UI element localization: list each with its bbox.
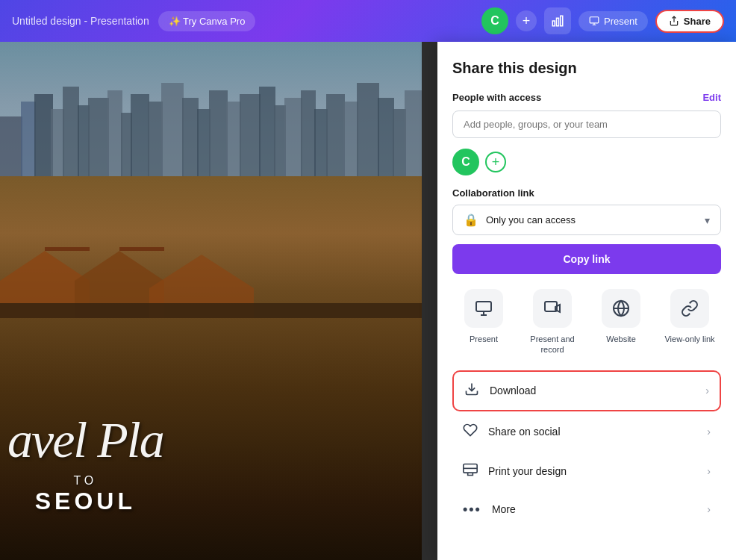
only-you-label: Only you can access [486,214,576,225]
present-action-label: Present [470,334,498,344]
website-action-label: Website [606,334,636,344]
svg-rect-1 [557,18,559,26]
download-list-item[interactable]: Download › [452,370,721,411]
add-user-button[interactable]: + [485,152,506,172]
share-panel: Share this design People with access Edi… [437,42,736,560]
svg-rect-0 [552,21,555,26]
user-avatar: C [452,149,479,175]
analytics-icon-button[interactable] [544,7,571,34]
print-chevron-icon: › [707,465,711,477]
share-social-label: Share on social [488,426,561,438]
action-grid: Present Present and record Website View-… [452,289,721,355]
panel-title: Share this design [452,60,721,77]
add-button[interactable]: + [516,10,537,31]
present-record-icon [533,289,572,328]
more-icon: ••• [463,502,481,517]
document-title: Untitled design - Presentation [12,15,149,27]
collaboration-link-dropdown[interactable]: 🔒 Only you can access ▾ [452,205,721,235]
dropdown-left: 🔒 Only you can access [464,213,576,227]
try-canva-pro-button[interactable]: ✨ Try Canva Pro [158,11,256,31]
people-access-row: People with access Edit [452,92,721,103]
share-social-list-item[interactable]: Share on social › [452,413,721,451]
view-only-link-action-label: View-only link [664,334,714,344]
more-label: More [492,503,516,515]
slide-text: avel Pla TO Seoul [7,414,163,515]
collaboration-link-label: Collaboration link [452,187,721,199]
chevron-down-icon: ▾ [705,214,710,226]
more-chevron-icon: › [707,503,711,515]
svg-rect-2 [561,16,563,26]
header-right: C + Present Share [481,7,724,34]
present-action[interactable]: Present [452,289,515,355]
svg-rect-3 [590,17,599,23]
view-only-link-action[interactable]: View-only link [658,289,721,355]
slide-image: avel Pla TO Seoul [0,42,422,560]
print-icon [463,462,478,481]
present-button[interactable]: Present [578,11,648,31]
app-header: Untitled design - Presentation ✨ Try Can… [0,0,736,42]
traditional-rooftops [0,131,422,318]
view-only-link-icon [670,289,709,328]
present-icon [464,289,503,328]
people-access-label: People with access [452,92,541,103]
download-label: Download [490,385,536,396]
present-record-action-label: Present and record [521,334,584,355]
website-action[interactable]: Website [590,289,652,355]
print-label: Print your design [488,465,567,477]
website-icon [602,289,640,328]
share-social-chevron-icon: › [707,426,711,438]
svg-rect-33 [476,302,491,311]
seoul-text: Seoul [7,488,163,515]
share-button[interactable]: Share [655,10,724,33]
present-record-action[interactable]: Present and record [521,289,584,355]
to-text: TO [7,474,163,488]
download-chevron-icon: › [705,385,709,396]
share-social-icon [463,423,478,441]
header-left: Untitled design - Presentation ✨ Try Can… [12,11,255,31]
copy-link-button[interactable]: Copy link [452,244,721,274]
lock-icon: 🔒 [464,213,478,227]
print-list-item[interactable]: Print your design › [452,452,721,491]
user-row: C + [452,149,721,175]
more-list-item[interactable]: ••• More › [452,492,721,527]
user-avatar-button[interactable]: C [481,7,508,34]
edit-link[interactable]: Edit [702,92,721,103]
add-people-input[interactable] [452,111,721,138]
download-icon [464,382,479,400]
